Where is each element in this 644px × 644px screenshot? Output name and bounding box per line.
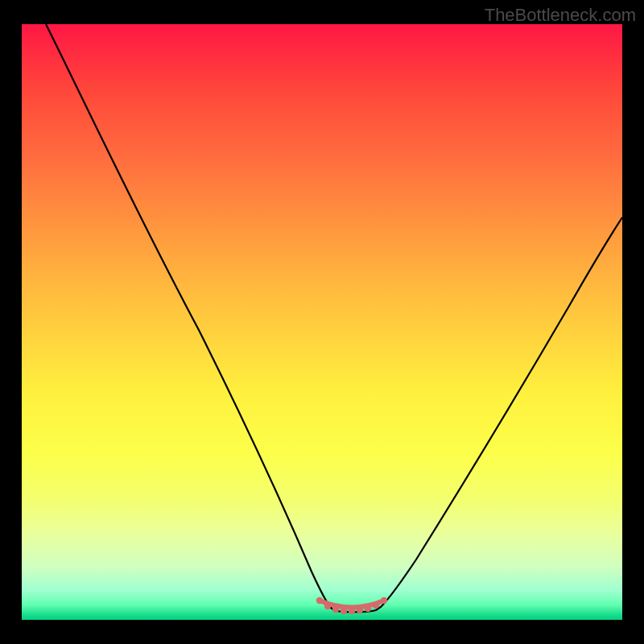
watermark-text: TheBottleneck.com <box>485 5 636 26</box>
x-axis-padding <box>22 620 622 644</box>
marker-band-line <box>320 601 384 608</box>
curve-path <box>46 24 622 612</box>
chart-svg <box>22 24 622 620</box>
chart-plot-area <box>22 24 622 620</box>
